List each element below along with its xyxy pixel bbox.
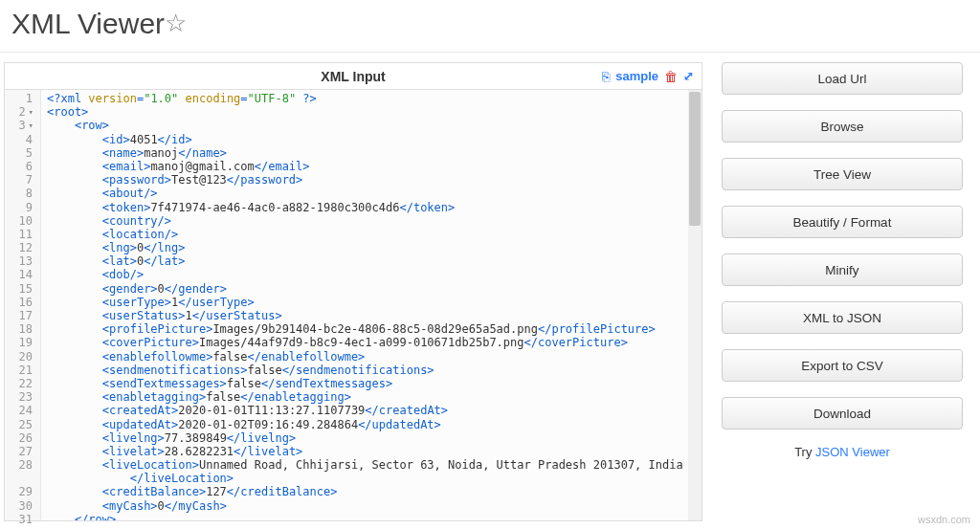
panel-title: XML Input (5, 69, 702, 84)
expand-icon[interactable]: ⤢ (683, 69, 694, 83)
code-line[interactable]: <updatedAt>2020-01-02T09:16:49.284864</u… (47, 418, 702, 431)
json-viewer-link[interactable]: JSON Viewer (815, 445, 890, 459)
copy-icon[interactable]: ⎘ (602, 69, 610, 84)
trash-icon[interactable]: 🗑 (664, 69, 678, 84)
code-line[interactable]: <row> (47, 119, 702, 132)
code-line[interactable]: <location/> (47, 228, 702, 241)
footer-credit: wsxdn.com (918, 514, 970, 525)
code-line[interactable]: <profilePicture>Images/9b291404-bc2e-480… (47, 322, 702, 336)
code-line[interactable]: <id>4051</id> (47, 133, 702, 146)
star-icon[interactable]: ☆ (165, 9, 187, 37)
tree-view-button[interactable]: Tree View (722, 158, 963, 190)
code-line[interactable]: <password>Test@123</password> (47, 173, 702, 187)
code-line[interactable]: <token>7f471974-ae46-4ac0-a882-1980c300c… (47, 201, 702, 214)
code-line[interactable]: </row> (47, 513, 702, 520)
code-line[interactable]: <creditBalance>127</creditBalance> (47, 485, 702, 498)
load-url-button[interactable]: Load Url (722, 62, 963, 95)
code-line[interactable]: <lat>0</lat> (47, 254, 702, 268)
panel-actions: ⎘ sample 🗑 ⤢ (602, 69, 694, 84)
scrollbar-thumb[interactable] (689, 92, 701, 226)
code-line[interactable]: <coverPicture>Images/44af97d9-b8c9-4ec1-… (47, 336, 702, 349)
scrollbar[interactable] (688, 90, 702, 520)
code-line[interactable]: <livelng>77.389849</livelng> (47, 431, 702, 445)
minify-button[interactable]: Minify (722, 253, 963, 286)
code-line[interactable]: <email>manoj@gmail.com</email> (47, 160, 702, 173)
code-line[interactable]: <?xml version="1.0" encoding="UTF-8" ?> (47, 92, 702, 105)
code-line[interactable]: <country/> (47, 214, 702, 228)
xml-to-json-button[interactable]: XML to JSON (722, 301, 963, 334)
app-header: XML Viewer☆ (0, 0, 980, 53)
code-line[interactable]: </liveLocation> (47, 472, 702, 485)
export-to-csv-button[interactable]: Export to CSV (722, 349, 963, 382)
code-line[interactable]: <enabletagging>false</enabletagging> (47, 390, 702, 404)
code-line[interactable]: <lng>0</lng> (47, 241, 702, 254)
code-line[interactable]: <liveLocation>Unnamed Road, Chhijarsi, S… (47, 458, 702, 472)
code-line[interactable]: <dob/> (47, 268, 702, 281)
code-line[interactable]: <userType>1</userType> (47, 296, 702, 309)
sample-link[interactable]: sample (615, 69, 658, 83)
code-line[interactable]: <sendTextmessages>false</sendTextmessage… (47, 377, 702, 390)
code-line[interactable]: <createdAt>2020-01-01T11:13:27.1107739</… (47, 404, 702, 417)
line-gutter: 12 ▾3 ▾456789101112131415161718192021222… (5, 90, 41, 520)
code-content[interactable]: <?xml version="1.0" encoding="UTF-8" ?><… (41, 90, 702, 520)
download-button[interactable]: Download (722, 397, 963, 430)
beautify-format-button[interactable]: Beautify / Format (722, 206, 963, 238)
code-line[interactable]: <livelat>28.6282231</livelat> (47, 445, 702, 458)
try-json-viewer: Try JSON Viewer (722, 445, 963, 459)
xml-input-panel: XML Input ⎘ sample 🗑 ⤢ 12 ▾3 ▾4567891011… (4, 62, 702, 521)
panel-header: XML Input ⎘ sample 🗑 ⤢ (5, 63, 702, 90)
code-line[interactable]: <gender>0</gender> (47, 282, 702, 296)
code-line[interactable]: <sendmenotifications>false</sendmenotifi… (47, 364, 702, 377)
code-line[interactable]: <root> (47, 105, 702, 119)
code-editor[interactable]: 12 ▾3 ▾456789101112131415161718192021222… (5, 90, 702, 520)
browse-button[interactable]: Browse (722, 110, 963, 143)
sidebar: Load UrlBrowseTree ViewBeautify / Format… (722, 62, 970, 521)
code-line[interactable]: <myCash>0</myCash> (47, 499, 702, 513)
page-title: XML Viewer (11, 8, 165, 40)
code-line[interactable]: <enablefollowme>false</enablefollowme> (47, 350, 702, 364)
main-area: XML Input ⎘ sample 🗑 ⤢ 12 ▾3 ▾4567891011… (0, 53, 980, 521)
code-line[interactable]: <userStatus>1</userStatus> (47, 309, 702, 322)
code-line[interactable]: <about/> (47, 187, 702, 200)
code-line[interactable]: <name>manoj</name> (47, 146, 702, 160)
